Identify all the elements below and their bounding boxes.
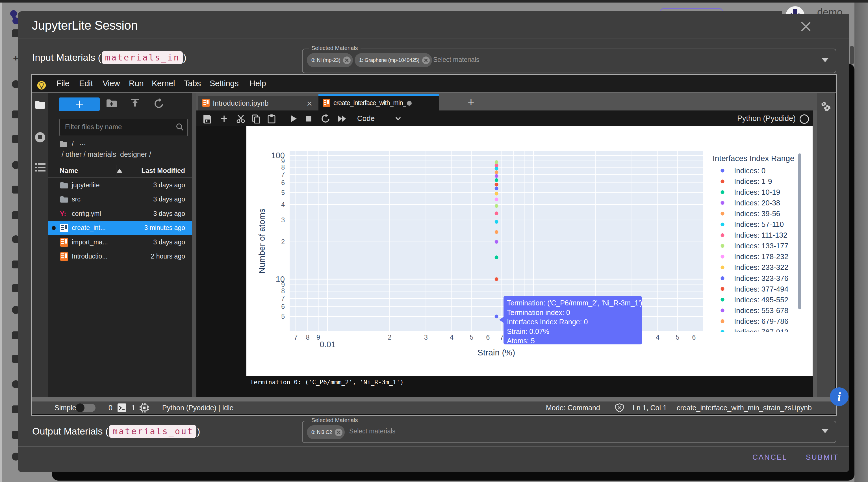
legend-scrollbar[interactable]	[798, 153, 801, 309]
running-kernels-tab-icon[interactable]	[34, 132, 46, 143]
filter-files-input[interactable]: Filter files by name	[59, 119, 188, 136]
tab-introduction[interactable]: Introduction.ipynb ×	[198, 96, 319, 110]
material-chip[interactable]: 0: Ni (mp-23)	[307, 53, 353, 67]
chip-remove-icon[interactable]	[343, 57, 351, 64]
scatter-point[interactable]	[495, 204, 498, 208]
jupyter-statusbar: Simple 0 1 Python (Pyodide)	[32, 401, 836, 414]
upload-icon[interactable]	[129, 97, 141, 110]
menu-view[interactable]: View	[102, 75, 120, 92]
file-modified: 3 days ago	[153, 195, 185, 203]
page-scrollbar-thumb[interactable]	[850, 46, 854, 64]
dialog-header-divider	[18, 38, 849, 38]
refresh-icon[interactable]	[153, 97, 165, 110]
file-row-src[interactable]: src3 days ago	[48, 192, 192, 206]
kernel-chip-icon	[140, 403, 149, 413]
breadcrumb-ellipsis[interactable]: …	[79, 138, 87, 147]
breadcrumb-path[interactable]: / other / materials_designer /	[62, 150, 151, 159]
tab-label[interactable]: Introduction.ipynb	[213, 99, 269, 107]
breadcrumb[interactable]: / …	[60, 139, 87, 148]
file-row-create-int-[interactable]: create_int...3 minutes ago	[48, 221, 192, 235]
scatter-point[interactable]	[495, 160, 498, 164]
settings-gears-icon[interactable]	[820, 101, 832, 113]
scatter-point[interactable]	[495, 167, 498, 170]
selected-materials-output-field[interactable]: Selected Materials 0: Ni3 C2 Select mate…	[302, 421, 836, 443]
chip-remove-icon[interactable]	[335, 428, 342, 436]
cell-type-dropdown[interactable]: Code	[357, 114, 375, 123]
home-folder-icon[interactable]	[60, 141, 67, 148]
select-materials-placeholder[interactable]: Select materials	[433, 56, 479, 64]
material-chip[interactable]: 1: Graphene (mp-1040425)	[354, 53, 432, 67]
save-icon[interactable]	[203, 114, 212, 124]
info-button[interactable]: i	[830, 387, 848, 406]
scatter-point[interactable]	[495, 187, 498, 190]
tab-close-icon[interactable]: ×	[307, 98, 312, 109]
menu-help[interactable]: Help	[249, 75, 266, 92]
new-folder-icon[interactable]	[105, 97, 118, 110]
fast-forward-icon[interactable]	[337, 114, 347, 124]
file-row-import-ma-[interactable]: import_ma...3 days ago	[48, 235, 192, 250]
tab-label[interactable]: create_interface_with_min_	[333, 99, 406, 107]
breadcrumb-root[interactable]: /	[72, 139, 74, 148]
material-chip[interactable]: 0: Ni3 C2	[307, 425, 345, 439]
svg-text:8: 8	[281, 164, 285, 171]
cancel-button[interactable]: CANCEL	[752, 453, 787, 462]
menu-settings[interactable]: Settings	[210, 75, 239, 92]
scatter-point[interactable]	[495, 183, 498, 187]
scatter-point[interactable]	[495, 230, 498, 234]
scatter-point[interactable]	[495, 192, 498, 195]
scatter-point[interactable]	[495, 211, 498, 215]
scatter-point[interactable]	[495, 170, 498, 174]
dropdown-arrow-icon[interactable]	[822, 58, 829, 62]
restart-icon[interactable]	[321, 114, 330, 124]
menu-kernel[interactable]: Kernel	[152, 75, 175, 92]
kernel-name[interactable]: Python (Pyodide)	[737, 114, 796, 123]
menu-edit[interactable]: Edit	[79, 75, 93, 92]
new-tab-icon[interactable]: +	[465, 96, 477, 108]
trust-shield-icon[interactable]	[615, 404, 624, 412]
panel-splitter[interactable]	[192, 93, 196, 397]
scatter-point[interactable]	[495, 255, 498, 259]
copy-icon[interactable]	[251, 114, 261, 124]
file-row-introductio-[interactable]: Introductio...2 hours ago	[48, 250, 192, 264]
column-name[interactable]: Name	[60, 167, 78, 174]
scatter-point[interactable]	[495, 174, 498, 178]
column-divider	[116, 165, 116, 176]
add-cell-icon[interactable]	[219, 114, 229, 124]
menu-file[interactable]: File	[57, 75, 69, 92]
scatter-point[interactable]	[495, 197, 498, 201]
close-icon[interactable]	[800, 20, 812, 33]
column-modified[interactable]: Last Modified	[141, 167, 185, 174]
chip-remove-icon[interactable]	[422, 57, 430, 64]
select-materials-placeholder[interactable]: Select materials	[349, 427, 396, 435]
table-of-contents-tab-icon[interactable]	[35, 163, 45, 172]
run-icon[interactable]	[288, 114, 298, 124]
scatter-point[interactable]	[495, 315, 498, 318]
scatter-point[interactable]	[495, 178, 498, 182]
menu-tabs[interactable]: Tabs	[184, 75, 201, 92]
selected-materials-input-field[interactable]: Selected Materials 0: Ni (mp-23)1: Graph…	[302, 49, 836, 73]
submit-button[interactable]: SUBMIT	[806, 453, 839, 462]
chevron-down-icon[interactable]	[395, 115, 402, 122]
scatter-point[interactable]	[495, 163, 498, 167]
menu-run[interactable]: Run	[129, 75, 144, 92]
new-launcher-button[interactable]	[59, 97, 100, 111]
file-row-jupyterlite[interactable]: jupyterlite3 days ago	[48, 178, 192, 192]
footer-divider	[18, 446, 849, 447]
cut-icon[interactable]	[236, 114, 246, 124]
scatter-point[interactable]	[495, 220, 498, 224]
terminals-count: 0	[108, 404, 113, 412]
dropdown-arrow-icon[interactable]	[822, 429, 829, 433]
svg-text:8: 8	[306, 334, 310, 341]
sort-ascending-icon[interactable]	[116, 169, 123, 173]
notebook-scrollbar[interactable]	[813, 110, 817, 397]
paste-icon[interactable]	[267, 114, 276, 124]
tab-create-interface[interactable]: create_interface_with_min_	[318, 96, 439, 110]
kernel-status-text[interactable]: Python (Pyodide) | Idle	[162, 404, 234, 412]
input-materials-label: Input Materials (materials_in)	[32, 52, 186, 64]
stop-icon[interactable]	[304, 114, 313, 124]
file-row-config-yml[interactable]: Y:config.yml3 days ago	[48, 207, 192, 221]
simple-mode-toggle[interactable]	[76, 404, 95, 412]
scatter-point[interactable]	[495, 240, 498, 244]
file-browser-tab-icon[interactable]	[35, 101, 45, 109]
scatter-point[interactable]	[495, 278, 498, 281]
